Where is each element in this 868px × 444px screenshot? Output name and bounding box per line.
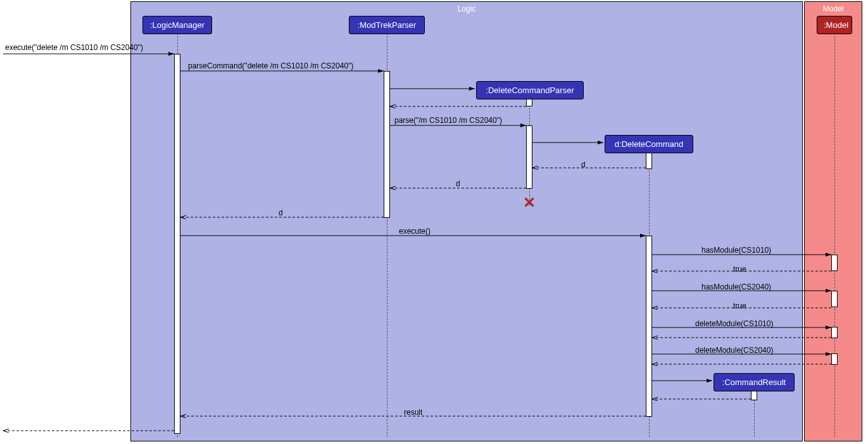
msg-parse: parse("/m CS1010 /m CS2040") [394, 116, 502, 125]
participant-model: :Model [817, 16, 852, 34]
lifeline-model [834, 33, 835, 437]
frame-model-title: Model [805, 4, 862, 13]
activation-logic-manager [174, 54, 180, 434]
participant-delete-command: d:DeleteCommand [605, 135, 693, 153]
activation-modtrek-parser [384, 71, 390, 218]
msg-hasmod1: hasModule(CS1010) [701, 246, 771, 255]
participant-logic-manager: :LogicManager [142, 16, 212, 34]
msg-result: result [404, 408, 422, 417]
activation-model-4 [831, 353, 838, 365]
msg-true2: true [733, 301, 746, 310]
sequence-diagram: Logic Model :LogicManager :ModTrekParser… [0, 0, 868, 444]
destroy-dcp-icon: ✕ [523, 194, 536, 212]
activation-model-2 [831, 291, 838, 307]
msg-true1: true [733, 265, 746, 274]
activation-model-1 [831, 255, 838, 271]
activation-dcp-2 [526, 125, 532, 189]
participant-modtrek-parser: :ModTrekParser [349, 16, 425, 34]
activation-dc-2 [646, 236, 652, 417]
participant-delete-command-parser: :DeleteCommandParser [476, 81, 584, 99]
msg-delmod1: deleteModule(CS1010) [695, 319, 773, 328]
frame-model: Model [804, 1, 862, 441]
msg-execute2: execute() [399, 227, 431, 236]
msg-execute: execute("delete /m CS1010 /m CS2040") [5, 43, 143, 52]
msg-d-3: d [279, 208, 283, 217]
activation-model-3 [831, 327, 838, 338]
msg-delmod2: deleteModule(CS2040) [695, 346, 773, 355]
participant-command-result: :CommandResult [714, 373, 795, 391]
frame-logic-title: Logic [131, 4, 802, 13]
msg-hasmod2: hasModule(CS2040) [701, 282, 771, 291]
msg-d-1: d [581, 160, 586, 169]
msg-parsecommand: parseCommand("delete /m CS1010 /m CS2040… [188, 61, 353, 70]
msg-d-2: d [456, 179, 460, 188]
